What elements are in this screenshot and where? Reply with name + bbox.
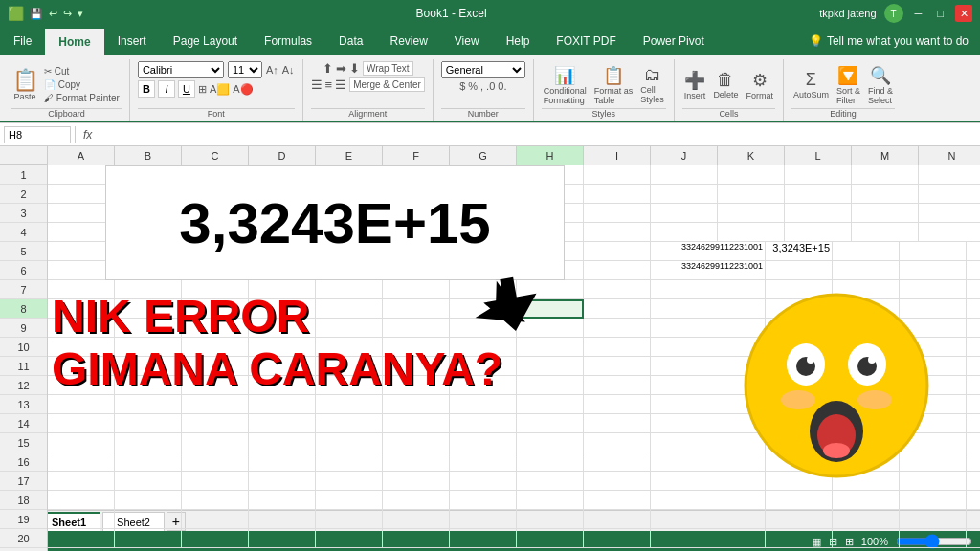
cell[interactable] [383, 395, 450, 414]
restore-button[interactable]: □ [933, 8, 947, 19]
cell[interactable] [967, 510, 980, 529]
cell[interactable] [450, 414, 517, 433]
row-header-1[interactable]: 1 [0, 165, 47, 185]
cell[interactable] [115, 510, 182, 529]
cell-i5[interactable] [584, 242, 651, 261]
cell[interactable] [517, 433, 584, 452]
cell-n6[interactable] [967, 261, 980, 280]
tab-page-layout[interactable]: Page Layout [160, 27, 251, 55]
cell[interactable] [718, 204, 785, 223]
cell[interactable] [967, 338, 980, 357]
cell[interactable] [249, 529, 316, 548]
cell[interactable] [584, 204, 651, 223]
cell[interactable] [584, 165, 651, 185]
cell[interactable] [766, 510, 833, 529]
cell[interactable] [517, 395, 584, 414]
cell[interactable] [900, 510, 967, 529]
cell[interactable] [584, 472, 651, 491]
cell[interactable] [584, 414, 651, 433]
cell[interactable] [967, 376, 980, 395]
row-header-16[interactable]: 16 [0, 452, 47, 472]
col-header-n[interactable]: N [919, 146, 980, 165]
cell[interactable] [967, 491, 980, 510]
cell[interactable] [48, 491, 115, 510]
conditional-formatting-button[interactable]: 📊 ConditionalFormatting [542, 64, 589, 106]
fill-color-icon[interactable]: A🟨 [210, 83, 230, 96]
cell[interactable] [249, 452, 316, 472]
cell[interactable] [967, 280, 980, 299]
cell[interactable] [718, 223, 785, 242]
tab-power-pivot[interactable]: Power Pivot [630, 27, 718, 55]
cell[interactable] [115, 414, 182, 433]
cell[interactable] [517, 357, 584, 376]
cell-m6[interactable] [900, 261, 967, 280]
cell[interactable] [182, 395, 249, 414]
font-name-select[interactable]: Calibri [138, 61, 224, 78]
cell[interactable] [517, 491, 584, 510]
row-header-5[interactable]: 5 [0, 242, 47, 261]
cell[interactable] [584, 185, 651, 204]
cell-styles-button[interactable]: 🗂 CellStyles [638, 64, 666, 105]
cell-n8[interactable] [967, 299, 980, 319]
cell[interactable] [182, 510, 249, 529]
cell[interactable] [48, 452, 115, 472]
cell[interactable] [584, 433, 651, 452]
find-select-button[interactable]: 🔍 Find &Select [866, 64, 895, 106]
cell[interactable] [766, 529, 833, 548]
format-button[interactable]: ⚙ Format [744, 69, 775, 101]
cell[interactable] [316, 472, 383, 491]
underline-button[interactable]: U [178, 80, 195, 98]
row-header-11[interactable]: 11 [0, 357, 47, 376]
cell[interactable] [450, 510, 517, 529]
col-header-m[interactable]: M [852, 146, 919, 165]
cell[interactable] [316, 491, 383, 510]
align-middle-icon[interactable]: ➡ [336, 61, 346, 76]
cell[interactable] [833, 529, 900, 548]
col-header-b[interactable]: B [115, 146, 182, 165]
cell-l5[interactable] [833, 242, 900, 261]
cell-k5[interactable]: 3,3243E+15 [766, 242, 833, 261]
decrease-decimal-icon[interactable]: 0. [498, 80, 506, 92]
col-header-c[interactable]: C [182, 146, 249, 165]
cell[interactable] [718, 185, 785, 204]
cell[interactable] [584, 357, 651, 376]
cell[interactable] [651, 529, 766, 548]
format-painter-button[interactable]: 🖌 Format Painter [42, 92, 122, 104]
cell[interactable] [517, 510, 584, 529]
col-header-g[interactable]: G [450, 146, 517, 165]
cell[interactable] [249, 395, 316, 414]
cell[interactable] [316, 395, 383, 414]
cell[interactable] [785, 204, 852, 223]
cell[interactable] [833, 510, 900, 529]
name-box[interactable] [4, 126, 71, 143]
col-header-f[interactable]: F [383, 146, 450, 165]
col-header-a[interactable]: A [48, 146, 115, 165]
cell[interactable] [182, 472, 249, 491]
align-right-icon[interactable]: ☰ [335, 77, 346, 92]
cell[interactable] [450, 452, 517, 472]
cell[interactable] [517, 452, 584, 472]
close-button[interactable]: ✕ [955, 5, 972, 22]
cell[interactable] [48, 414, 115, 433]
row-header-15[interactable]: 15 [0, 433, 47, 452]
cell[interactable] [584, 510, 651, 529]
cell[interactable] [383, 510, 450, 529]
merge-center-button[interactable]: Merge & Center [349, 77, 425, 92]
number-format-select[interactable]: General [441, 61, 525, 78]
cell[interactable] [115, 529, 182, 548]
cell-j6[interactable]: 33246299112231001 [651, 261, 766, 280]
cell[interactable] [584, 395, 651, 414]
cell[interactable] [718, 165, 785, 185]
cell[interactable] [919, 204, 980, 223]
cell-l6[interactable] [833, 261, 900, 280]
cell[interactable] [115, 491, 182, 510]
copy-button[interactable]: 📄 Copy [42, 78, 122, 91]
cell-j5[interactable]: 33246299112231001 [651, 242, 766, 261]
cell[interactable] [249, 433, 316, 452]
cell-i6[interactable] [584, 261, 651, 280]
wrap-text-button[interactable]: Wrap Text [363, 61, 413, 76]
cell[interactable] [450, 491, 517, 510]
cell[interactable] [450, 472, 517, 491]
cell[interactable] [450, 395, 517, 414]
cell[interactable] [383, 491, 450, 510]
